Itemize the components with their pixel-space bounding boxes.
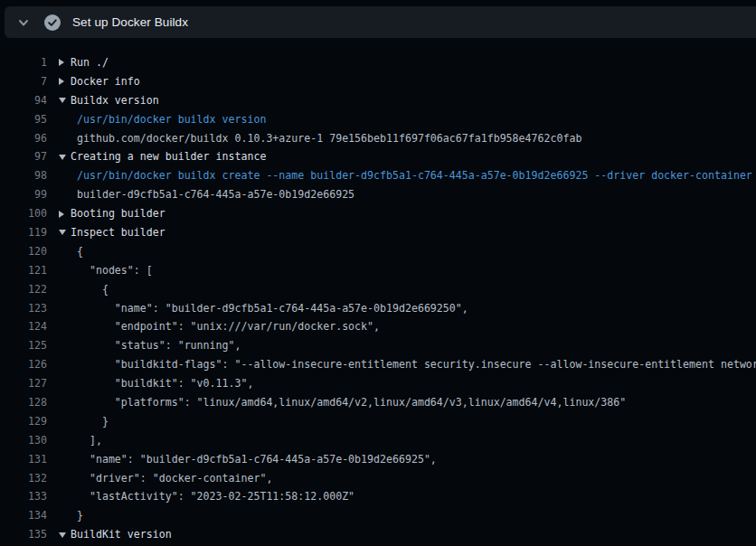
log-output-text: "driver": "docker-container", (71, 469, 272, 488)
line-number[interactable]: 130 (0, 431, 47, 450)
line-number[interactable]: 97 (0, 147, 47, 166)
log-output-text: { (71, 242, 83, 261)
log-command-text: /usr/bin/docker buildx create --name bui… (71, 166, 752, 185)
log-output-text: ], (71, 431, 102, 450)
line-number[interactable]: 119 (0, 223, 47, 242)
step-header[interactable]: Set up Docker Buildx (5, 6, 756, 38)
line-number[interactable]: 132 (0, 469, 47, 488)
expand-arrow-icon[interactable] (47, 211, 71, 218)
line-number[interactable]: 96 (0, 129, 47, 148)
line-number[interactable]: 133 (0, 487, 47, 506)
log-line: 122 { (0, 280, 756, 299)
line-number[interactable]: 126 (0, 355, 47, 374)
log-line: 129 } (0, 412, 756, 431)
line-number[interactable]: 125 (0, 336, 47, 355)
log-group-title: Docker info (71, 72, 140, 91)
log-output-text: } (71, 506, 83, 525)
log-group-line[interactable]: 100Booting builder (0, 204, 756, 223)
log-line: 128 "platforms": "linux/amd64,linux/amd6… (0, 393, 756, 412)
line-number[interactable]: 120 (0, 242, 47, 261)
log-output-text: "lastActivity": "2023-02-25T11:58:12.000… (71, 487, 354, 506)
line-number[interactable]: 134 (0, 506, 47, 525)
log-output-text: { (71, 280, 109, 299)
log-output-text: "name": "builder-d9cfb5a1-c764-445a-a57e… (71, 450, 437, 469)
log-output-text: "buildkitd-flags": "--allow-insecure-ent… (71, 355, 756, 374)
log-container: 1Run ./7Docker info94Buildx version95 /u… (0, 38, 756, 546)
log-line: 123 "name": "builder-d9cfb5a1-c764-445a-… (0, 299, 756, 318)
log-group-line[interactable]: 97Creating a new builder instance (0, 147, 756, 166)
line-number[interactable]: 98 (0, 166, 47, 185)
log-line: 120 { (0, 242, 756, 261)
log-group-title: BuildKit version (71, 525, 172, 544)
log-line: 127 "buildkit": "v0.11.3", (0, 374, 756, 393)
log-output-text: "status": "running", (71, 336, 241, 355)
line-number[interactable]: 7 (0, 72, 47, 91)
log-line: 134 } (0, 506, 756, 525)
step-title: Set up Docker Buildx (72, 15, 188, 29)
collapse-arrow-icon[interactable] (47, 155, 71, 160)
log-line: 98 /usr/bin/docker buildx create --name … (0, 166, 756, 185)
log-line: 121 "nodes": [ (0, 261, 756, 280)
line-number[interactable]: 122 (0, 280, 47, 299)
log-group-line[interactable]: 119Inspect builder (0, 223, 756, 242)
line-number[interactable]: 123 (0, 299, 47, 318)
check-circle-icon (44, 14, 61, 31)
line-number[interactable]: 127 (0, 374, 47, 393)
chevron-down-icon[interactable] (16, 15, 31, 30)
line-number[interactable]: 135 (0, 525, 47, 544)
log-group-line[interactable]: 135BuildKit version (0, 525, 756, 544)
log-group-title: Booting builder (71, 204, 165, 223)
line-number[interactable]: 99 (0, 185, 47, 204)
log-output-text: "name": "builder-d9cfb5a1-c764-445a-a57e… (71, 299, 468, 318)
log-line: 125 "status": "running", (0, 336, 756, 355)
collapse-arrow-icon[interactable] (47, 532, 71, 538)
line-number[interactable]: 94 (0, 91, 47, 110)
log-line: 124 "endpoint": "unix:///var/run/docker.… (0, 317, 756, 336)
line-number[interactable]: 129 (0, 412, 47, 431)
log-group-title: Creating a new builder instance (71, 147, 266, 166)
expand-arrow-icon[interactable] (47, 78, 71, 85)
line-number[interactable]: 1 (0, 53, 47, 72)
log-line: 96 github.com/docker/buildx 0.10.3+azure… (0, 129, 756, 148)
log-output-text: "buildkit": "v0.11.3", (71, 374, 253, 393)
log-line: 99 builder-d9cfb5a1-c764-445a-a57e-0b19d… (0, 185, 756, 204)
log-group-line[interactable]: 1Run ./ (0, 53, 756, 72)
line-number[interactable]: 95 (0, 110, 47, 129)
collapse-arrow-icon[interactable] (47, 98, 71, 103)
log-line: 133 "lastActivity": "2023-02-25T11:58:12… (0, 487, 756, 506)
line-number[interactable]: 124 (0, 317, 47, 336)
log-output-text: "endpoint": "unix:///var/run/docker.sock… (71, 317, 380, 336)
log-output-text: } (71, 412, 109, 431)
log-line: 132 "driver": "docker-container", (0, 469, 756, 488)
collapse-arrow-icon[interactable] (47, 230, 71, 235)
log-output-text: "platforms": "linux/amd64,linux/amd64/v2… (71, 393, 626, 412)
log-command-text: /usr/bin/docker buildx version (71, 110, 266, 129)
line-number[interactable]: 100 (0, 204, 47, 223)
log-output-text: builder-d9cfb5a1-c764-445a-a57e-0b19d2e6… (71, 185, 354, 204)
log-output-text: github.com/docker/buildx 0.10.3+azure-1 … (71, 129, 581, 148)
log-group-title: Buildx version (71, 91, 159, 110)
expand-arrow-icon[interactable] (47, 59, 71, 66)
line-number[interactable]: 121 (0, 261, 47, 280)
log-line: 95 /usr/bin/docker buildx version (0, 110, 756, 129)
log-line: 131 "name": "builder-d9cfb5a1-c764-445a-… (0, 450, 756, 469)
log-output-text: "nodes": [ (71, 261, 153, 280)
log-line: 130 ], (0, 431, 756, 450)
line-number[interactable]: 128 (0, 393, 47, 412)
log-group-line[interactable]: 7Docker info (0, 72, 756, 91)
log-group-line[interactable]: 94Buildx version (0, 91, 756, 110)
log-line: 126 "buildkitd-flags": "--allow-insecure… (0, 355, 756, 374)
log-group-title: Run ./ (71, 53, 109, 72)
log-group-title: Inspect builder (71, 223, 165, 242)
line-number[interactable]: 131 (0, 450, 47, 469)
